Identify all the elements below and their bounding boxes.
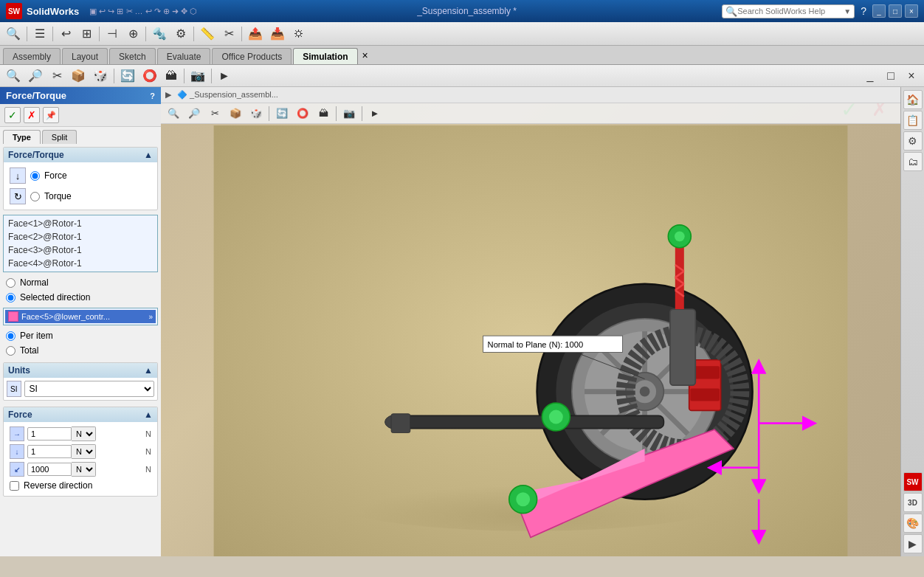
ref-btn[interactable]: ⛭ bbox=[289, 24, 308, 44]
tab-type[interactable]: Type bbox=[3, 130, 41, 144]
close-button[interactable]: × bbox=[905, 4, 918, 18]
sim-play-btn[interactable]: ► bbox=[215, 66, 234, 86]
tab-evaluate[interactable]: Evaluate bbox=[157, 48, 211, 64]
normal-option[interactable]: Normal bbox=[3, 275, 158, 290]
tab-layout[interactable]: Layout bbox=[62, 48, 108, 64]
expand-icon[interactable]: » bbox=[148, 313, 153, 321]
selected-dir-radio[interactable] bbox=[6, 293, 15, 303]
vp-snapshot-btn[interactable]: 📷 bbox=[339, 104, 359, 123]
total-option[interactable]: Total bbox=[3, 343, 158, 358]
force-y-unit[interactable]: N bbox=[72, 444, 96, 459]
rs-home-btn[interactable]: 🏠 bbox=[903, 90, 923, 109]
minimize-button[interactable]: _ bbox=[872, 4, 886, 18]
force-radio[interactable] bbox=[30, 171, 40, 181]
rs-sw-btn[interactable]: SW bbox=[903, 472, 923, 491]
assembly-btn[interactable]: 🔩 bbox=[149, 24, 170, 44]
units-select[interactable]: SI English (IPS) Metric (MKS) bbox=[24, 381, 154, 397]
force-option[interactable]: ↓ Force bbox=[7, 165, 154, 186]
tab-sketch[interactable]: Sketch bbox=[109, 48, 156, 64]
vp-shading-btn[interactable]: 🏔 bbox=[314, 104, 333, 123]
selected-dir-option[interactable]: Selected direction bbox=[3, 290, 158, 305]
torque-radio[interactable] bbox=[30, 192, 40, 201]
sim-toolbar-close[interactable]: × bbox=[902, 66, 921, 86]
force-z-unit[interactable]: N bbox=[72, 462, 96, 477]
tab-close-icon[interactable]: × bbox=[362, 49, 368, 61]
zoom-btn[interactable]: 🔍 bbox=[3, 24, 24, 44]
force-z-input[interactable] bbox=[27, 463, 72, 476]
vp-rotate-btn[interactable]: 🔄 bbox=[272, 104, 292, 123]
vp-zoom-fit-btn[interactable]: 🔎 bbox=[185, 104, 204, 123]
sim-zoom-btn[interactable]: 🔍 bbox=[3, 66, 24, 86]
per-item-radio[interactable] bbox=[6, 331, 15, 341]
sim-cut-btn[interactable]: ✂ bbox=[47, 66, 66, 86]
ft-ok-button[interactable]: ✓ bbox=[4, 107, 21, 123]
vp-box-select-btn[interactable]: 📦 bbox=[226, 104, 245, 123]
tree-expand-icon[interactable]: ▶ bbox=[165, 90, 171, 100]
force-x-input[interactable] bbox=[27, 427, 72, 440]
mirror-btn[interactable]: ⊣ bbox=[103, 24, 122, 44]
units-section-header[interactable]: Units ▲ bbox=[4, 363, 157, 378]
maximize-button[interactable]: □ bbox=[889, 4, 902, 18]
torque-option[interactable]: ↻ Torque bbox=[7, 186, 154, 207]
import-btn[interactable]: 📥 bbox=[267, 24, 288, 44]
rs-config-btn[interactable]: 🗂 bbox=[903, 152, 923, 171]
vp-view-cube-btn[interactable]: 🎲 bbox=[246, 104, 266, 123]
pattern-btn[interactable]: ⊕ bbox=[123, 24, 142, 44]
view-btn[interactable]: ⊞ bbox=[77, 24, 96, 44]
force-torque-section-header[interactable]: Force/Torque ▲ bbox=[4, 148, 157, 162]
sim-rotate-btn[interactable]: 🔄 bbox=[117, 66, 138, 86]
tab-simulation[interactable]: Simulation bbox=[293, 48, 357, 64]
viewport[interactable]: ▶ 🔷 _Suspension_assembl... 🔍 🔎 ✂ 📦 🎲 🔄 ⭕… bbox=[161, 87, 900, 556]
section-btn[interactable]: ✂ bbox=[219, 24, 238, 44]
sim-box-btn[interactable]: 📦 bbox=[68, 66, 89, 86]
vp-cut-plane-btn[interactable]: ✂ bbox=[205, 104, 224, 123]
force-x-unit[interactable]: N bbox=[72, 426, 96, 441]
reverse-direction-checkbox[interactable] bbox=[10, 481, 19, 491]
rs-propman-btn[interactable]: ⚙ bbox=[903, 131, 923, 151]
rs-featuremgr-btn[interactable]: 📋 bbox=[903, 111, 923, 130]
units-collapse-icon[interactable]: ▲ bbox=[144, 365, 153, 376]
vp-play-btn[interactable]: ► bbox=[365, 104, 385, 123]
face-list-item-2[interactable]: Face<2>@Rotor-1 bbox=[5, 230, 156, 243]
help-icon[interactable]: ? bbox=[861, 5, 866, 17]
per-item-option[interactable]: Per item bbox=[3, 328, 158, 343]
sim-cube-btn[interactable]: 🎲 bbox=[90, 66, 111, 86]
rs-render-btn[interactable]: 🎨 bbox=[903, 514, 923, 533]
search-input[interactable] bbox=[737, 7, 844, 15]
sim-mountain-btn[interactable]: 🏔 bbox=[162, 66, 181, 86]
vp-orbit-btn[interactable]: ⭕ bbox=[293, 104, 312, 123]
normal-radio[interactable] bbox=[6, 278, 15, 288]
rotate-btn[interactable]: ↩ bbox=[56, 24, 75, 44]
ft-pin-button[interactable]: 📌 bbox=[43, 107, 59, 123]
rs-motion-btn[interactable]: ▶ bbox=[903, 534, 923, 553]
sim-toolbar-min[interactable]: _ bbox=[861, 66, 880, 86]
mate-btn[interactable]: ⚙ bbox=[171, 24, 190, 44]
sim-circle-btn[interactable]: ⭕ bbox=[139, 66, 160, 86]
export-btn[interactable]: 📤 bbox=[245, 24, 266, 44]
measure-btn[interactable]: 📏 bbox=[197, 24, 218, 44]
sim-zoom-out-btn[interactable]: 🔎 bbox=[25, 66, 46, 86]
force-section-header[interactable]: Force ▲ bbox=[4, 407, 157, 422]
assembly-viewport[interactable]: Normal to Plane (N): 1000 bbox=[161, 125, 900, 556]
sim-camera-btn[interactable]: 📷 bbox=[187, 66, 208, 86]
vp-zoom-in-btn[interactable]: 🔍 bbox=[164, 104, 183, 123]
face-list-item-1[interactable]: Face<1>@Rotor-1 bbox=[5, 217, 156, 230]
window-controls[interactable]: _ □ × bbox=[872, 4, 918, 18]
sim-toolbar-restore[interactable]: □ bbox=[881, 66, 900, 86]
force-section-collapse-icon[interactable]: ▲ bbox=[144, 410, 153, 420]
ft-section-collapse-icon[interactable]: ▲ bbox=[144, 150, 153, 160]
selected-face-item[interactable]: Face<5>@lower_contr... » bbox=[5, 310, 156, 323]
search-box[interactable]: 🔍 ▼ bbox=[722, 4, 855, 18]
face-list-item-4[interactable]: Face<4>@Rotor-1 bbox=[5, 257, 156, 270]
face-list-item-3[interactable]: Face<3>@Rotor-1 bbox=[5, 243, 156, 257]
tab-office-products[interactable]: Office Products bbox=[212, 48, 292, 64]
tab-assembly[interactable]: Assembly bbox=[3, 48, 61, 64]
search-dropdown-icon[interactable]: ▼ bbox=[844, 7, 851, 15]
tab-split[interactable]: Split bbox=[42, 130, 77, 144]
total-radio[interactable] bbox=[6, 346, 15, 356]
ft-help-button[interactable]: ? bbox=[150, 91, 155, 100]
ft-cancel-button[interactable]: ✗ bbox=[24, 107, 40, 123]
rs-3d-btn[interactable]: 3D bbox=[903, 493, 923, 512]
force-y-input[interactable] bbox=[27, 445, 72, 458]
bullet-list-btn[interactable]: ☰ bbox=[30, 24, 49, 44]
